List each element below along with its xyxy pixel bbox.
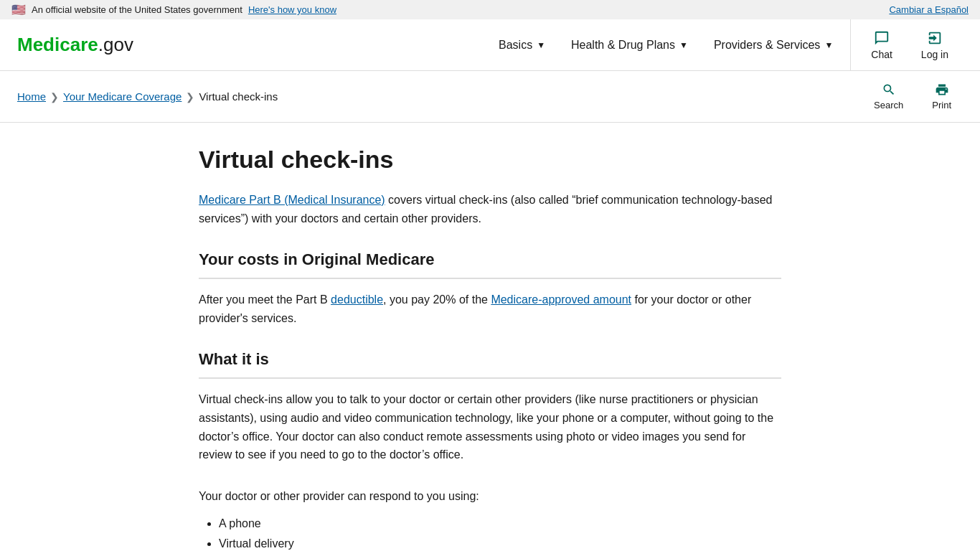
deductible-link[interactable]: deductible (331, 293, 383, 306)
what-it-is-paragraph-2: Your doctor or other provider can respon… (199, 487, 781, 506)
gov-banner: 🇺🇸 An official website of the United Sta… (0, 0, 980, 19)
provider-response-list: A phone Virtual delivery (199, 514, 781, 551)
flag-icon: 🇺🇸 (11, 3, 26, 17)
chevron-down-icon: ▼ (679, 40, 688, 50)
costs-heading: Your costs in Original Medicare (199, 250, 781, 269)
what-it-is-section: What it is Virtual check-ins allow you t… (199, 350, 781, 551)
secondary-actions: Search Print (862, 80, 963, 113)
nav-providers-label: Providers & Services (714, 39, 821, 52)
search-icon (882, 83, 896, 97)
secondary-bar: Home ❯ Your Medicare Coverage ❯ Virtual … (0, 71, 980, 123)
nav-basics[interactable]: Basics ▼ (487, 33, 557, 57)
chevron-down-icon: ▼ (824, 40, 833, 50)
list-item-virtual: Virtual delivery (219, 534, 781, 551)
chat-icon (874, 30, 890, 46)
logo-domain: .gov (98, 34, 133, 55)
login-label: Log in (921, 49, 948, 60)
nav-health-label: Health & Drug Plans (571, 39, 675, 52)
login-icon (927, 30, 943, 46)
nav-providers-services[interactable]: Providers & Services ▼ (702, 33, 844, 57)
medicare-part-b-link[interactable]: Medicare Part B (Medical Insurance) (199, 194, 385, 206)
breadcrumb-sep-2: ❯ (186, 91, 194, 103)
site-logo[interactable]: Medicare.gov (17, 34, 133, 56)
list-item-phone: A phone (219, 514, 781, 533)
costs-section: Your costs in Original Medicare After yo… (199, 250, 781, 327)
breadcrumb-sep-1: ❯ (50, 91, 59, 103)
what-it-is-divider (199, 377, 781, 379)
what-it-is-heading: What it is (199, 350, 781, 369)
intro-paragraph: Medicare Part B (Medical Insurance) cove… (199, 191, 781, 227)
breadcrumb-coverage[interactable]: Your Medicare Coverage (63, 90, 182, 103)
print-label: Print (932, 100, 951, 110)
language-link[interactable]: Cambiar a Español (889, 4, 969, 15)
chevron-down-icon: ▼ (537, 40, 545, 50)
costs-middle: , you pay 20% of the (383, 293, 491, 306)
chat-button[interactable]: Chat (857, 24, 907, 66)
site-header: Medicare.gov Basics ▼ Health & Drug Plan… (0, 19, 980, 71)
print-icon (935, 83, 949, 97)
costs-body: After you meet the Part B deductible, yo… (199, 291, 781, 327)
breadcrumb-home[interactable]: Home (17, 90, 46, 103)
main-content: Virtual check-ins Medicare Part B (Medic… (182, 123, 798, 551)
how-you-know-link[interactable]: Here's how you know (248, 4, 336, 15)
costs-prefix: After you meet the Part B (199, 293, 331, 306)
chat-label: Chat (871, 49, 892, 60)
print-button[interactable]: Print (920, 80, 963, 113)
costs-divider (199, 278, 781, 279)
breadcrumb-current: Virtual check-ins (199, 90, 278, 103)
search-button[interactable]: Search (862, 80, 915, 113)
header-actions: Chat Log in (850, 19, 963, 71)
main-nav: Basics ▼ Health & Drug Plans ▼ Providers… (487, 33, 844, 57)
nav-basics-label: Basics (499, 39, 532, 52)
login-button[interactable]: Log in (907, 24, 963, 66)
logo-medicare: Medicare (17, 34, 98, 55)
what-it-is-paragraph-1: Virtual check-ins allow you to talk to y… (199, 390, 781, 463)
breadcrumb: Home ❯ Your Medicare Coverage ❯ Virtual … (17, 90, 862, 103)
approved-amount-link[interactable]: Medicare-approved amount (491, 293, 631, 306)
page-title: Virtual check-ins (199, 146, 781, 174)
search-label: Search (874, 100, 903, 110)
nav-health-drug-plans[interactable]: Health & Drug Plans ▼ (560, 33, 699, 57)
gov-banner-text: An official website of the United States… (32, 4, 242, 15)
